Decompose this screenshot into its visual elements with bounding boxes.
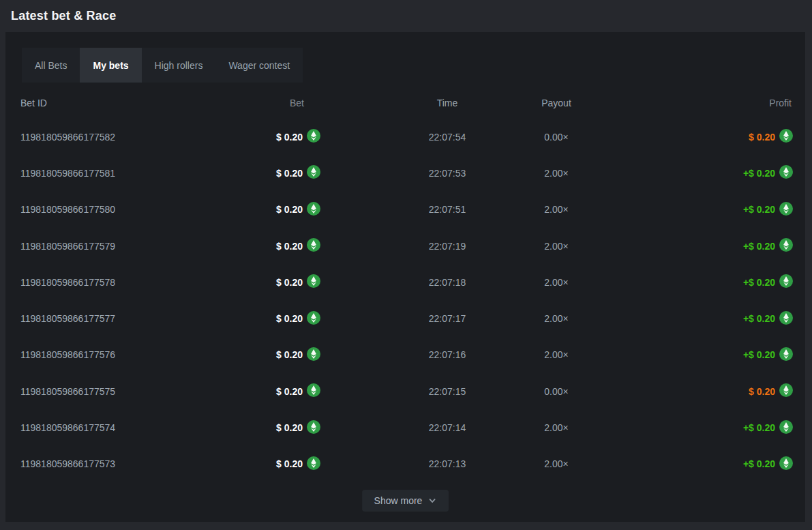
bet-coin-slot <box>307 456 320 472</box>
bet-amount: $ 0.20 <box>276 241 303 252</box>
bet-cell: $ 0.20 <box>20 409 320 445</box>
profit-coin-slot <box>779 383 793 399</box>
ethereum-coin-icon <box>779 456 793 470</box>
bet-cell: $ 0.20 <box>20 155 320 191</box>
bet-amount: $ 0.20 <box>276 168 303 179</box>
profit-amount: $ 0.20 <box>749 386 775 397</box>
bet-coin-slot <box>307 420 320 436</box>
table-row[interactable]: 119818059866177582 $ 0.20 22:07:54 0.00×… <box>20 119 793 155</box>
bet-coin-slot <box>307 238 320 254</box>
tab-wager-contest[interactable]: Wager contest <box>215 48 303 83</box>
ethereum-coin-icon <box>779 238 793 252</box>
ethereum-coin-icon <box>779 347 793 361</box>
payout-cell: 2.00× <box>457 192 656 228</box>
titlebar: Latest bet & Race <box>0 0 812 32</box>
profit-amount: +$ 0.20 <box>743 313 775 324</box>
chevron-down-icon <box>428 497 436 505</box>
bets-table: Bet ID Bet Time Payout Profit 1198180598… <box>20 87 793 482</box>
table-row[interactable]: 119818059866177574 $ 0.20 22:07:14 2.00×… <box>20 409 793 445</box>
ethereum-coin-icon <box>779 311 793 325</box>
table-row[interactable]: 119818059866177581 $ 0.20 22:07:53 2.00×… <box>20 155 793 191</box>
bet-coin-slot <box>307 274 320 290</box>
profit-cell: +$ 0.20 <box>743 264 793 300</box>
profit-cell: +$ 0.20 <box>743 155 793 191</box>
bet-cell: $ 0.20 <box>20 228 320 264</box>
profit-cell: +$ 0.20 <box>743 446 793 482</box>
bet-amount: $ 0.20 <box>276 277 303 288</box>
show-more-button[interactable]: Show more <box>362 490 449 512</box>
ethereum-coin-icon <box>307 202 320 216</box>
profit-amount: +$ 0.20 <box>743 422 775 433</box>
payout-cell: 2.00× <box>457 300 656 336</box>
profit-amount: +$ 0.20 <box>743 277 775 288</box>
latest-bets-panel: All Bets My bets High rollers Wager cont… <box>5 32 805 522</box>
bet-cell: $ 0.20 <box>20 264 320 300</box>
table-row[interactable]: 119818059866177580 $ 0.20 22:07:51 2.00×… <box>20 192 793 228</box>
payout-cell: 0.00× <box>457 373 656 409</box>
payout-cell: 2.00× <box>457 409 656 445</box>
profit-coin-slot <box>779 420 793 436</box>
column-header-payout: Payout <box>457 87 656 119</box>
bet-cell: $ 0.20 <box>20 337 320 373</box>
ethereum-coin-icon <box>307 238 320 252</box>
ethereum-coin-icon <box>307 383 320 397</box>
bet-amount: $ 0.20 <box>276 204 303 215</box>
payout-cell: 2.00× <box>457 155 656 191</box>
table-row[interactable]: 119818059866177573 $ 0.20 22:07:13 2.00×… <box>20 446 793 482</box>
profit-cell: +$ 0.20 <box>743 337 793 373</box>
profit-cell: +$ 0.20 <box>743 409 793 445</box>
ethereum-coin-icon <box>779 383 793 397</box>
ethereum-coin-icon <box>779 129 793 143</box>
bet-amount: $ 0.20 <box>276 422 303 433</box>
profit-coin-slot <box>779 165 793 181</box>
table-row[interactable]: 119818059866177576 $ 0.20 22:07:16 2.00×… <box>20 337 793 373</box>
bet-cell: $ 0.20 <box>20 192 320 228</box>
column-header-bet: Bet <box>20 87 320 119</box>
tab-all-bets[interactable]: All Bets <box>22 48 80 83</box>
profit-cell: +$ 0.20 <box>743 300 793 336</box>
table-body: 119818059866177582 $ 0.20 22:07:54 0.00×… <box>20 119 793 482</box>
ethereum-coin-icon <box>779 274 793 288</box>
bet-coin-slot <box>307 129 320 145</box>
tab-high-rollers[interactable]: High rollers <box>142 48 216 83</box>
bet-cell: $ 0.20 <box>20 119 320 155</box>
ethereum-coin-icon <box>779 202 793 216</box>
profit-coin-slot <box>779 202 793 218</box>
profit-coin-slot <box>779 311 793 327</box>
table-row[interactable]: 119818059866177578 $ 0.20 22:07:18 2.00×… <box>20 264 793 300</box>
bet-amount: $ 0.20 <box>276 386 303 397</box>
bet-cell: $ 0.20 <box>20 300 320 336</box>
ethereum-coin-icon <box>307 311 320 325</box>
profit-coin-slot <box>779 274 793 290</box>
bet-amount: $ 0.20 <box>276 132 303 143</box>
payout-cell: 2.00× <box>457 228 656 264</box>
bet-cell: $ 0.20 <box>20 373 320 409</box>
profit-cell: +$ 0.20 <box>743 228 793 264</box>
profit-amount: +$ 0.20 <box>743 168 775 179</box>
payout-cell: 2.00× <box>457 337 656 373</box>
tab-my-bets[interactable]: My bets <box>80 48 141 83</box>
show-more-label: Show more <box>374 495 423 506</box>
ethereum-coin-icon <box>779 420 793 434</box>
column-header-profit: Profit <box>769 87 793 119</box>
profit-coin-slot <box>779 347 793 363</box>
table-row[interactable]: 119818059866177579 $ 0.20 22:07:19 2.00×… <box>20 228 793 264</box>
ethereum-coin-icon <box>307 456 320 470</box>
profit-amount: +$ 0.20 <box>743 349 775 360</box>
ethereum-coin-icon <box>307 129 320 143</box>
bet-coin-slot <box>307 311 320 327</box>
bet-cell: $ 0.20 <box>20 446 320 482</box>
payout-cell: 2.00× <box>457 264 656 300</box>
ethereum-coin-icon <box>307 420 320 434</box>
profit-amount: +$ 0.20 <box>743 241 775 252</box>
bet-coin-slot <box>307 202 320 218</box>
table-header: Bet ID Bet Time Payout Profit <box>20 87 793 119</box>
bet-tabs: All Bets My bets High rollers Wager cont… <box>22 48 303 83</box>
profit-coin-slot <box>779 456 793 472</box>
table-row[interactable]: 119818059866177575 $ 0.20 22:07:15 0.00×… <box>20 373 793 409</box>
table-row[interactable]: 119818059866177577 $ 0.20 22:07:17 2.00×… <box>20 300 793 336</box>
profit-amount: +$ 0.20 <box>743 204 775 215</box>
bet-amount: $ 0.20 <box>276 458 303 469</box>
page-title: Latest bet & Race <box>11 9 116 23</box>
ethereum-coin-icon <box>779 165 793 179</box>
